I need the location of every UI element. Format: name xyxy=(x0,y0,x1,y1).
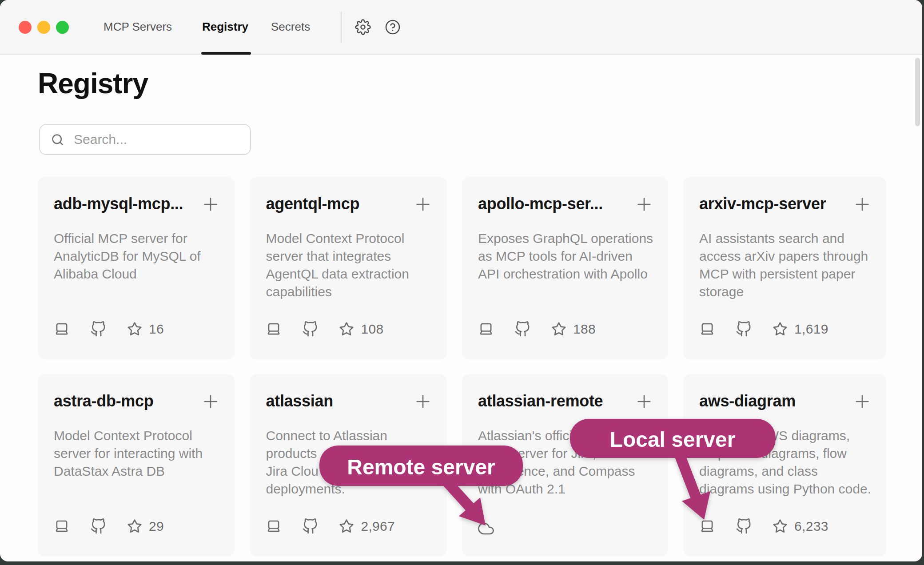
add-server-button[interactable] xyxy=(414,195,432,215)
server-description-line: server for interacting with xyxy=(54,445,219,462)
server-name: agentql-mcp xyxy=(266,195,359,213)
card-header: aws-diagram xyxy=(699,392,871,412)
card-header: apollo-mcp-ser... xyxy=(478,195,653,215)
server-description: Official MCP server forAnalyticDB for My… xyxy=(54,230,219,283)
search-input[interactable] xyxy=(73,131,243,147)
help-icon[interactable] xyxy=(385,19,401,35)
plus-icon xyxy=(853,405,871,412)
plus-icon xyxy=(202,405,219,412)
gear-icon[interactable] xyxy=(355,19,371,35)
title-bar: MCP Servers Registry Secrets xyxy=(0,0,922,55)
star-count: 29 xyxy=(149,519,164,534)
active-tab-underline xyxy=(201,52,251,55)
server-description: Generate AWS diagrams,sequence diagrams,… xyxy=(699,427,871,498)
star-icon xyxy=(339,321,354,337)
star-count: 188 xyxy=(573,322,596,337)
server-description-line: Alibaba Cloud xyxy=(54,265,219,283)
card-header: agentql-mcp xyxy=(266,195,431,215)
server-description: Model Context Protocolserver for interac… xyxy=(54,427,219,480)
card-footer: 1,619 xyxy=(699,321,871,337)
star-count: 16 xyxy=(149,322,164,337)
server-name: arxiv-mcp-server xyxy=(699,195,826,213)
server-description-line: API orchestration with Apollo xyxy=(478,265,653,283)
add-server-button[interactable] xyxy=(635,195,653,215)
laptop-icon xyxy=(266,518,282,534)
server-description-line: diagrams using Python code. xyxy=(699,480,871,498)
card-footer: 6,233 xyxy=(699,518,871,534)
page-title: Registry xyxy=(38,68,922,99)
zoom-window-button[interactable] xyxy=(56,21,69,34)
github-icon[interactable] xyxy=(514,321,530,337)
server-description-line: capabilities xyxy=(266,283,431,301)
star-count: 1,619 xyxy=(794,322,828,337)
server-description-line: with OAuth 2.1 xyxy=(478,480,653,498)
minimize-window-button[interactable] xyxy=(37,21,50,34)
server-description-line: Connect to Atlassian xyxy=(266,427,431,445)
add-server-button[interactable] xyxy=(853,195,871,215)
add-server-button[interactable] xyxy=(202,195,219,215)
github-icon[interactable] xyxy=(90,321,106,337)
add-server-button[interactable] xyxy=(414,393,432,412)
server-description-line: Model Context Protocol xyxy=(54,427,219,445)
server-name: atlassian xyxy=(266,392,333,410)
scrollbar-thumb[interactable] xyxy=(915,58,920,126)
plus-icon xyxy=(635,208,653,215)
card-header: adb-mysql-mcp... xyxy=(54,195,219,215)
tab-registry[interactable]: Registry xyxy=(202,0,248,54)
server-description: Connect to AtlassianproductsJira Cloudep… xyxy=(266,427,431,498)
card-footer: 2,967 xyxy=(266,518,431,534)
star-count: 6,233 xyxy=(794,519,828,534)
card-footer: 29 xyxy=(54,518,219,534)
card-footer: 108 xyxy=(266,321,431,337)
tab-secrets[interactable]: Secrets xyxy=(271,0,310,54)
search-icon xyxy=(51,133,64,147)
add-server-button[interactable] xyxy=(635,393,653,412)
tab-mcp-servers[interactable]: MCP Servers xyxy=(104,0,172,54)
card-header: astra-db-mcp xyxy=(54,392,219,412)
github-icon[interactable] xyxy=(736,321,752,337)
server-card: apollo-mcp-ser... Exposes GraphQL operat… xyxy=(462,177,668,359)
cloud-icon xyxy=(478,518,494,534)
server-description: Model Context Protocolserver that integr… xyxy=(266,230,431,301)
laptop-icon xyxy=(54,518,70,534)
card-header: arxiv-mcp-server xyxy=(699,195,871,215)
star-icon xyxy=(772,518,788,534)
github-icon[interactable] xyxy=(90,518,106,534)
star-count: 2,967 xyxy=(361,519,395,534)
app-window: MCP Servers Registry Secrets Registry ad… xyxy=(0,0,922,561)
close-window-button[interactable] xyxy=(19,21,32,34)
github-icon[interactable] xyxy=(302,518,318,534)
plus-icon xyxy=(635,405,653,412)
server-card: arxiv-mcp-server AI assistants search an… xyxy=(683,177,886,359)
star-icon xyxy=(772,321,788,337)
laptop-icon xyxy=(478,321,494,337)
server-description-line: AnalyticDB for MySQL of xyxy=(54,247,219,265)
card-header: atlassian-remote xyxy=(478,392,653,412)
plus-icon xyxy=(853,208,871,215)
server-card: atlassian Connect to AtlassianproductsJi… xyxy=(250,374,446,557)
server-description-line: Jira Clou xyxy=(266,462,431,480)
plus-icon xyxy=(414,208,432,215)
server-description-line: access arXiv papers through xyxy=(699,247,871,265)
server-description-line: AI assistants search and xyxy=(699,230,871,247)
laptop-icon xyxy=(54,321,70,337)
add-server-button[interactable] xyxy=(853,393,871,412)
laptop-icon xyxy=(699,518,715,534)
plus-icon xyxy=(414,405,432,412)
server-description-line: storage xyxy=(699,283,871,301)
server-description-line: Generate AWS diagrams, xyxy=(699,427,871,445)
add-server-button[interactable] xyxy=(202,393,219,412)
server-card: astra-db-mcp Model Context Protocolserve… xyxy=(38,374,235,557)
github-icon[interactable] xyxy=(736,518,752,534)
server-description-line: as MCP tools for AI-driven xyxy=(478,247,653,265)
star-icon xyxy=(339,518,354,534)
server-description: Exposes GraphQL operationsas MCP tools f… xyxy=(478,230,653,283)
card-footer: 16 xyxy=(54,321,219,337)
server-description-line: deployments. xyxy=(266,480,431,498)
server-description-line: server that integrates xyxy=(266,247,431,265)
star-icon xyxy=(127,321,143,337)
server-name: adb-mysql-mcp... xyxy=(54,195,183,213)
server-card: adb-mysql-mcp... Official MCP server for… xyxy=(38,177,235,359)
server-card: aws-diagram Generate AWS diagrams,sequen… xyxy=(683,374,886,557)
github-icon[interactable] xyxy=(302,321,318,337)
